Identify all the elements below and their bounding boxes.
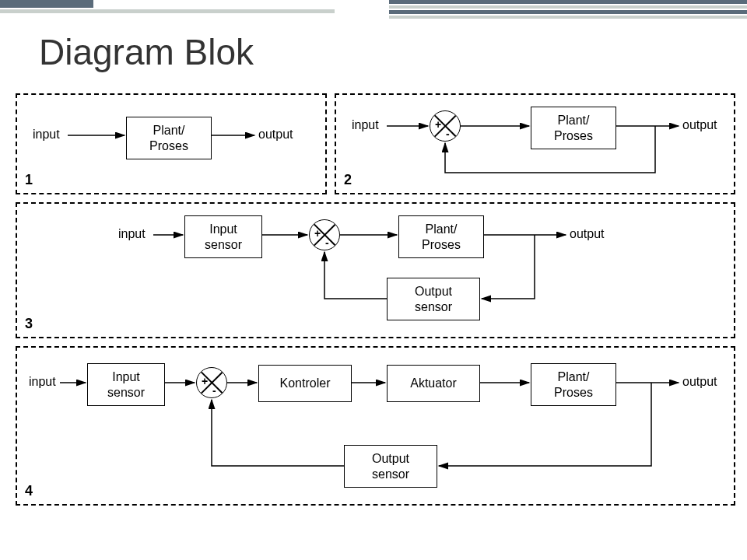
panel-1: 1 input Plant/ Proses output bbox=[16, 93, 327, 194]
plant-block: Plant/ Proses bbox=[531, 107, 616, 149]
output-label: output bbox=[570, 227, 604, 241]
input-label: input bbox=[118, 227, 146, 241]
panel-1-number: 1 bbox=[25, 172, 33, 188]
input-label: input bbox=[29, 375, 56, 389]
page-title: Diagram Blok bbox=[39, 31, 254, 73]
output-label: output bbox=[682, 375, 717, 389]
minus-sign: - bbox=[212, 384, 216, 397]
plant-block: Plant/ Proses bbox=[398, 215, 484, 258]
plus-sign: + bbox=[202, 375, 208, 387]
input-sensor-block: Input sensor bbox=[184, 215, 262, 258]
input-label: input bbox=[352, 118, 379, 132]
panel-2: 2 input + - Plant/ Proses output bbox=[335, 93, 735, 194]
plant-block: Plant/ Proses bbox=[126, 117, 212, 159]
plus-sign: + bbox=[435, 118, 441, 131]
panel-2-number: 2 bbox=[344, 172, 352, 188]
plant-block: Plant/ Proses bbox=[531, 363, 616, 406]
summing-junction: + - bbox=[196, 367, 227, 398]
output-sensor-block: Output sensor bbox=[387, 278, 480, 320]
input-label: input bbox=[33, 128, 60, 142]
summing-junction: + - bbox=[309, 219, 340, 250]
kontroler-block: Kontroler bbox=[258, 365, 352, 402]
output-label: output bbox=[258, 128, 293, 142]
summing-junction: + - bbox=[430, 110, 461, 142]
output-sensor-block: Output sensor bbox=[344, 445, 437, 488]
input-sensor-block: Input sensor bbox=[87, 363, 165, 406]
output-label: output bbox=[682, 118, 717, 132]
panel-3: 3 input Input sensor + - Plant/ Proses o… bbox=[16, 202, 735, 338]
aktuator-block: Aktuator bbox=[387, 365, 480, 402]
plus-sign: + bbox=[314, 227, 321, 240]
panel-3-number: 3 bbox=[25, 316, 33, 332]
panel-4: 4 input Input sensor + - Kontroler Aktua… bbox=[16, 346, 735, 506]
panel-4-number: 4 bbox=[25, 483, 33, 499]
header-decoration bbox=[0, 0, 747, 19]
minus-sign: - bbox=[325, 236, 329, 249]
minus-sign: - bbox=[446, 128, 450, 140]
